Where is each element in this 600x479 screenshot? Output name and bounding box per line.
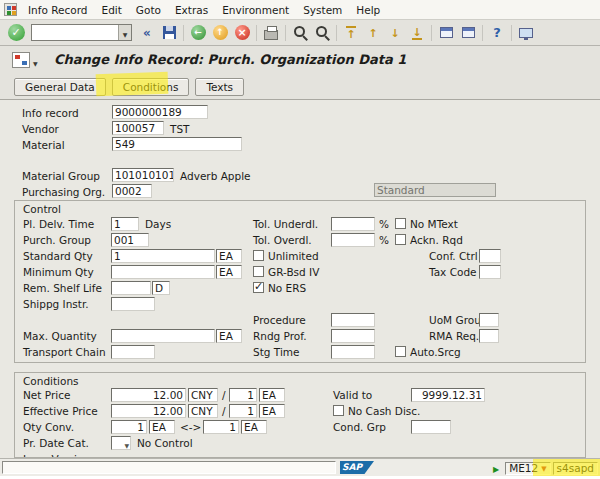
label-qty-conv: Qty Conv. [23,420,74,434]
services-for-object-button[interactable] [12,52,30,68]
label-unlimited: Unlimited [268,249,319,263]
tab-general-data[interactable]: General Data [14,78,106,96]
field-standard-qty[interactable]: 1 [111,249,215,263]
field-purchasing-org[interactable]: 0002 [112,184,152,198]
back-button[interactable] [188,23,208,43]
exit-button[interactable] [210,23,230,43]
field-procedure[interactable] [331,313,375,327]
field-info-record[interactable]: 9000000189 [112,105,208,119]
field-tax-code[interactable] [479,265,501,279]
field-rem-shelf-life-unit[interactable]: D [152,281,170,295]
field-net-price[interactable]: 12.00 [111,388,186,402]
tab-texts[interactable]: Texts [195,78,244,96]
new-session-button[interactable] [436,23,456,43]
field-effective-price-unit[interactable]: EA [259,404,285,418]
sap-window-menu-icon[interactable] [4,3,17,16]
field-rma-req[interactable] [479,329,499,343]
label-rma-req: RMA Req. [429,329,479,343]
cancel-button[interactable] [232,23,252,43]
field-purch-group[interactable]: 001 [111,233,149,247]
label-material: Material [22,138,65,152]
label-effective-price: Effective Price [23,404,98,418]
tab-conditions[interactable]: Conditions [112,78,190,96]
field-qty-conv-2[interactable]: 1 [203,420,239,434]
menu-info-record[interactable]: Info Record [21,0,95,20]
field-tol-overdl[interactable] [331,233,375,247]
field-minimum-qty[interactable] [111,265,215,279]
checkbox-gr-bsd-iv[interactable] [253,266,264,277]
print-button[interactable] [261,23,281,43]
menu-system[interactable]: System [296,0,349,20]
menu-environment[interactable]: Environment [215,0,296,20]
group-box-control: Control Pl. Delv. Time 1 Days Tol. Under… [14,200,586,363]
field-max-quantity[interactable] [111,329,215,343]
menu-goto[interactable]: Goto [129,0,168,20]
field-valid-to[interactable]: 9999.12.31 [411,388,485,402]
status-transaction-segment[interactable]: ME12 [505,462,550,475]
field-rndg-prof[interactable] [331,329,375,343]
create-shortcut-button[interactable] [458,23,478,43]
find-button[interactable] [290,23,310,43]
menu-edit[interactable]: Edit [95,0,129,20]
command-field-dropdown-icon[interactable] [118,25,131,40]
field-qty-conv-1[interactable]: 1 [111,420,147,434]
services-for-object-dropdown-icon[interactable] [33,56,38,68]
menu-extras[interactable]: Extras [168,0,215,20]
command-field[interactable] [32,25,118,40]
field-material[interactable]: 549 [112,137,242,151]
group-title-control: Control [23,202,61,216]
field-vendor[interactable]: 100057 [112,121,164,135]
field-cond-grp[interactable] [411,420,451,434]
checkbox-unlimited[interactable] [253,250,264,261]
field-net-price-unit[interactable]: EA [259,388,285,402]
group-box-conditions: Conditions Net Price 12.00 CNY / 1 EA Va… [14,372,586,458]
menu-help[interactable]: Help [349,0,387,20]
checkbox-no-mtext[interactable] [395,218,406,229]
checkbox-no-cash-disc[interactable] [333,405,344,416]
field-minimum-qty-unit[interactable]: EA [216,265,242,279]
field-shippg-instr[interactable] [111,297,155,311]
customize-layout-button[interactable] [516,23,536,43]
field-effective-price-qty[interactable]: 1 [229,404,257,418]
field-stg-time[interactable] [331,345,375,359]
help-button[interactable] [487,23,507,43]
unit-percent-underdl: % [379,217,389,231]
field-uom-group[interactable] [479,313,499,327]
field-standard-qty-unit[interactable]: EA [216,249,242,263]
field-tol-underdl[interactable] [331,217,375,231]
page-up-button[interactable] [363,23,383,43]
field-pr-date-cat[interactable] [111,436,131,450]
toolbar-separator [183,25,184,41]
field-pl-delv-time[interactable]: 1 [111,217,139,231]
checkbox-no-ers[interactable] [253,282,264,293]
toolbar-separator [256,25,257,41]
field-conf-ctrl[interactable] [479,249,501,263]
text-material-group-name: Adverb Apple [180,169,251,183]
toolbar-separator [431,25,432,41]
label-purchasing-org: Purchasing Org. [22,185,105,199]
field-net-price-qty[interactable]: 1 [229,388,257,402]
find-next-button[interactable] [312,23,332,43]
field-qty-conv-unit-1[interactable]: EA [149,420,175,434]
last-page-button[interactable] [407,23,427,43]
field-material-group[interactable]: 101010101 [112,168,174,182]
first-page-button[interactable] [341,23,361,43]
field-max-quantity-unit[interactable]: EA [216,329,242,343]
label-no-cash-disc: No Cash Disc. [348,404,420,418]
status-expand-icon[interactable] [490,462,502,474]
checkbox-auto-srcg[interactable] [395,346,406,357]
collapse-command-icon[interactable] [137,23,157,43]
field-rem-shelf-life[interactable] [111,281,151,295]
page-down-button[interactable] [385,23,405,43]
field-effective-price[interactable]: 12.00 [111,404,186,418]
field-effective-price-currency[interactable]: CNY [188,404,218,418]
field-transport-chain[interactable] [111,345,155,359]
enter-button[interactable] [6,23,26,43]
label-net-price: Net Price [23,388,70,402]
field-qty-conv-unit-2[interactable]: EA [241,420,267,434]
save-button[interactable] [159,23,179,43]
status-field-dropdown-icon[interactable] [541,461,546,475]
checkbox-ackn-rqd[interactable] [395,234,406,245]
text-net-price-per: / [222,388,226,402]
field-net-price-currency[interactable]: CNY [188,388,218,402]
